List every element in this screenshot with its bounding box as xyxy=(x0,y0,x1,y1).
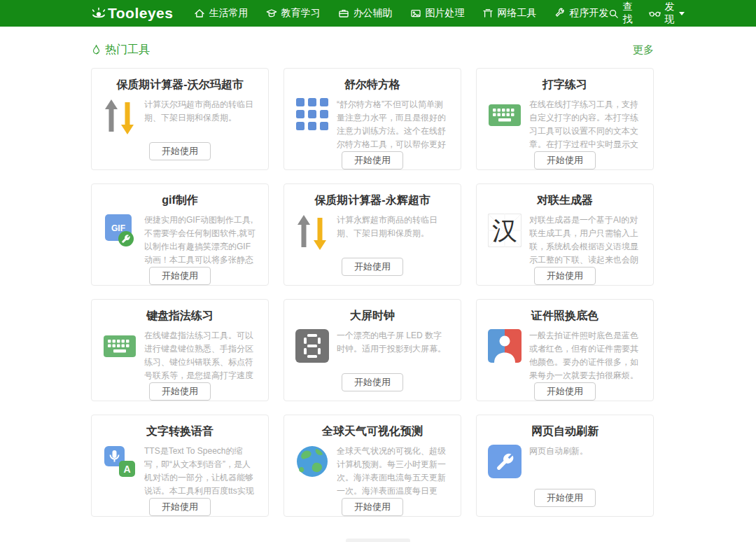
section-bar: 热门工具 更多 xyxy=(91,43,654,57)
tool-desc: “舒尔特方格”不但可以简单测量注意力水平，而且是很好的注意力训练方法。这个在线舒… xyxy=(337,98,449,151)
id-photo-icon xyxy=(488,329,522,368)
gif-wrench-icon: GIF xyxy=(103,214,136,253)
tool-title: 对联生成器 xyxy=(537,193,593,208)
tool-title: 舒尔特方格 xyxy=(344,78,400,92)
start-button[interactable]: 开始使用 xyxy=(342,151,403,169)
svg-text:A: A xyxy=(123,464,130,475)
search-label: 查找 xyxy=(622,1,632,26)
start-button[interactable]: 开始使用 xyxy=(534,382,596,401)
image-icon xyxy=(410,8,421,19)
start-button[interactable]: 开始使用 xyxy=(149,382,211,401)
start-button[interactable]: 开始使用 xyxy=(342,373,403,391)
nav-item-label: 程序开发 xyxy=(569,7,608,20)
nav-item-office[interactable]: 办公辅助 xyxy=(338,7,392,20)
nav-item-network[interactable]: 网络工具 xyxy=(482,7,536,20)
more-link[interactable]: 更多 xyxy=(633,43,654,57)
tool-title: 网页自动刷新 xyxy=(531,424,598,439)
tool-desc: 在线在线打字练习工具，支持自定义打字的内容。本打字练习工具可以设置不同的文本文章… xyxy=(529,98,642,151)
mic-a-icon: A xyxy=(103,445,136,484)
tool-card: 网页自动刷新 网页自动刷新。 开始使用 xyxy=(476,415,654,517)
glasses-icon xyxy=(649,8,661,18)
tool-card-body: 在线在线打字练习工具，支持自定义打字的内容。本打字练习工具可以设置不同的文本文章… xyxy=(486,98,643,151)
start-button[interactable]: 开始使用 xyxy=(534,151,596,169)
discover-label: 发现 xyxy=(664,1,674,26)
tool-desc: 计算永辉超市商品的转临日期、下架日期和保质期。 xyxy=(337,214,449,240)
svg-text:汉: 汉 xyxy=(492,216,517,245)
tool-card: 对联生成器 汉 对联生成器是一个基于AI的对联生成工具，用户只需输入上联，系统机… xyxy=(476,183,654,286)
nav-item-image[interactable]: 图片处理 xyxy=(410,7,464,20)
nav-item-life[interactable]: 生活常用 xyxy=(194,7,248,20)
search-button[interactable]: 查找 xyxy=(608,1,632,26)
header: Tooleyes 生活常用 教育学习 办公辅助 图片处理 网络工具 程序开发 查… xyxy=(0,0,756,27)
network-icon xyxy=(482,8,493,19)
main-content: 热门工具 更多 保质期计算器-沃尔玛超市 计算沃尔玛超市商品的转临日期、下架日期… xyxy=(91,43,654,517)
start-button[interactable]: 开始使用 xyxy=(149,142,211,160)
start-button[interactable]: 开始使用 xyxy=(149,267,211,285)
tool-card: 键盘指法练习 在线键盘指法练习工具。可以进行键盘键位熟悉、手指分区练习、键位纠错… xyxy=(91,299,269,401)
tool-card: 大屏时钟 一个漂亮的电子屏 LED 数字时钟。适用于投影到大屏幕。 开始使用 xyxy=(284,299,461,401)
load-more-stub[interactable] xyxy=(346,538,410,542)
start-button[interactable]: 开始使用 xyxy=(342,258,403,276)
start-button[interactable]: 开始使用 xyxy=(534,267,596,285)
tool-card: gif制作 GIF 便捷实用的GIF动图制作工具,不需要学会任何制图软件,就可以… xyxy=(91,183,269,286)
graduation-cap-icon xyxy=(266,8,277,19)
main-nav: 生活常用 教育学习 办公辅助 图片处理 网络工具 程序开发 xyxy=(194,7,608,20)
tool-desc: 对联生成器是一个基于AI的对联生成工具，用户只需输入上联，系统机会根据语义语境显… xyxy=(529,214,642,267)
start-button[interactable]: 开始使用 xyxy=(342,498,403,516)
logo-text: Tooleyes xyxy=(108,6,173,20)
tool-card: 保质期计算器-沃尔玛超市 计算沃尔玛超市商品的转临日期、下架日期和保质期。 开始… xyxy=(91,68,269,170)
start-button[interactable]: 开始使用 xyxy=(149,498,211,516)
nav-item-label: 图片处理 xyxy=(425,7,464,20)
grid-blue-icon xyxy=(295,98,329,137)
tool-desc: TTS是Text To Speech的缩写，即“从文本到语音”，是人机对话的一部… xyxy=(144,445,257,498)
tool-desc: 计算沃尔玛超市商品的转临日期、下架日期和保质期。 xyxy=(144,98,257,125)
tool-card-body: 一般去拍证件照时底色是蓝色或者红色，但有的证件需要其他颜色。要办的证件很多，如果… xyxy=(486,329,643,382)
tool-card-body: GIF 便捷实用的GIF动图制作工具,不需要学会任何制图软件,就可以制作出有趣搞… xyxy=(102,214,258,267)
tool-card: 证件照换底色 一般去拍证件照时底色是蓝色或者红色，但有的证件需要其他颜色。要办的… xyxy=(476,299,654,401)
tool-desc: 网页自动刷新。 xyxy=(529,445,588,458)
tool-title: 文字转换语音 xyxy=(146,424,214,439)
start-button[interactable]: 开始使用 xyxy=(534,489,596,507)
tool-card-body: 网页自动刷新。 xyxy=(486,445,643,484)
tool-card-body: 全球天气状况的可视化、超级计算机预测。每三小时更新一次。海洋表面电流每五天更新一… xyxy=(294,445,451,498)
nav-item-label: 教育学习 xyxy=(281,7,320,20)
tool-title: 打字练习 xyxy=(542,78,587,92)
nav-item-dev[interactable]: 程序开发 xyxy=(554,7,608,20)
tool-title: 全球天气可视化预测 xyxy=(322,424,423,439)
section-title: 热门工具 xyxy=(91,43,150,57)
nav-item-edu[interactable]: 教育学习 xyxy=(266,7,320,20)
led-digit-icon xyxy=(295,329,329,368)
tool-title: gif制作 xyxy=(162,193,198,208)
keyboard-icon xyxy=(103,329,136,368)
tool-title: 大屏时钟 xyxy=(350,309,395,324)
tool-desc: 在线键盘指法练习工具。可以进行键盘键位熟悉、手指分区练习、键位纠错联系、标点符号… xyxy=(144,329,257,382)
tool-card-body: 计算沃尔玛超市商品的转临日期、下架日期和保质期。 xyxy=(102,98,258,137)
tool-title: 键盘指法练习 xyxy=(146,309,214,324)
globe-icon xyxy=(295,445,329,484)
tool-card-body: 在线键盘指法练习工具。可以进行键盘键位熟悉、手指分区练习、键位纠错联系、标点符号… xyxy=(102,329,258,382)
logo[interactable]: Tooleyes xyxy=(91,6,173,20)
tool-card: 保质期计算器-永辉超市 计算永辉超市商品的转临日期、下架日期和保质期。 开始使用 xyxy=(284,183,461,286)
tool-card-body: 一个漂亮的电子屏 LED 数字时钟。适用于投影到大屏幕。 xyxy=(294,329,451,368)
tool-title: 保质期计算器-永辉超市 xyxy=(314,193,430,208)
tool-card: 全球天气可视化预测 全球天气状况的可视化、超级计算机预测。每三小时更新一次。海洋… xyxy=(284,415,461,517)
tool-card: 文字转换语音 A TTS是Text To Speech的缩写，即“从文本到语音”… xyxy=(91,415,269,517)
tool-desc: 一个漂亮的电子屏 LED 数字时钟。适用于投影到大屏幕。 xyxy=(337,329,449,356)
nav-item-label: 生活常用 xyxy=(209,7,248,20)
tool-card-body: 计算永辉超市商品的转临日期、下架日期和保质期。 xyxy=(294,214,451,253)
home-icon xyxy=(194,8,205,19)
tool-desc: 一般去拍证件照时底色是蓝色或者红色，但有的证件需要其他颜色。要办的证件很多，如果… xyxy=(529,329,642,382)
tool-card-body: “舒尔特方格”不但可以简单测量注意力水平，而且是很好的注意力训练方法。这个在线舒… xyxy=(294,98,451,151)
nav-item-label: 办公辅助 xyxy=(353,7,392,20)
discover-menu[interactable]: 发现 xyxy=(649,1,685,26)
tool-card: 打字练习 在线在线打字练习工具，支持自定义打字的内容。本打字练习工具可以设置不同… xyxy=(476,68,654,170)
updown-arrows-icon xyxy=(295,214,329,253)
tools-grid: 保质期计算器-沃尔玛超市 计算沃尔玛超市商品的转临日期、下架日期和保质期。 开始… xyxy=(91,68,654,517)
hanzi-icon: 汉 xyxy=(488,214,522,253)
tool-title: 证件照换底色 xyxy=(531,309,598,324)
tool-card-body: 汉 对联生成器是一个基于AI的对联生成工具，用户只需输入上联，系统机会根据语义语… xyxy=(486,214,643,267)
tool-card-body: A TTS是Text To Speech的缩写，即“从文本到语音”，是人机对话的… xyxy=(102,445,258,498)
wrench-icon xyxy=(488,445,522,484)
header-right: 查找 发现 xyxy=(608,1,685,26)
tool-desc: 便捷实用的GIF动图制作工具,不需要学会任何制图软件,就可以制作出有趣搞笑漂亮的… xyxy=(144,214,257,267)
